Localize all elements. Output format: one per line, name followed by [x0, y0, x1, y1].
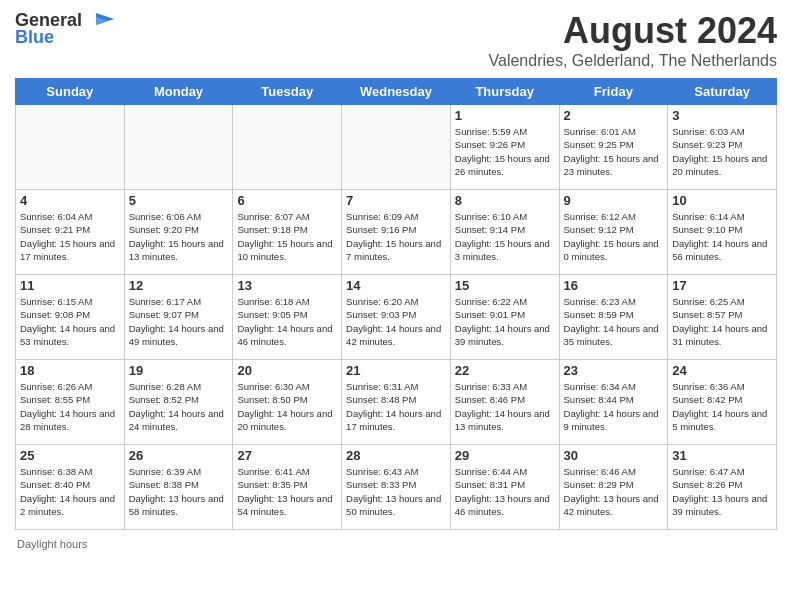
- calendar-cell: 20Sunrise: 6:30 AM Sunset: 8:50 PM Dayli…: [233, 360, 342, 445]
- calendar-cell: 23Sunrise: 6:34 AM Sunset: 8:44 PM Dayli…: [559, 360, 668, 445]
- calendar-cell: [124, 105, 233, 190]
- calendar-cell: 11Sunrise: 6:15 AM Sunset: 9:08 PM Dayli…: [16, 275, 125, 360]
- title-section: August 2024 Valendries, Gelderland, The …: [489, 10, 777, 70]
- calendar-cell: 29Sunrise: 6:44 AM Sunset: 8:31 PM Dayli…: [450, 445, 559, 530]
- day-detail: Sunrise: 6:17 AM Sunset: 9:07 PM Dayligh…: [129, 295, 229, 348]
- day-detail: Sunrise: 6:26 AM Sunset: 8:55 PM Dayligh…: [20, 380, 120, 433]
- day-detail: Sunrise: 6:39 AM Sunset: 8:38 PM Dayligh…: [129, 465, 229, 518]
- cell-content: 29Sunrise: 6:44 AM Sunset: 8:31 PM Dayli…: [455, 448, 555, 526]
- day-number: 17: [672, 278, 772, 293]
- day-number: 3: [672, 108, 772, 123]
- cell-content: 11Sunrise: 6:15 AM Sunset: 9:08 PM Dayli…: [20, 278, 120, 356]
- day-detail: Sunrise: 6:23 AM Sunset: 8:59 PM Dayligh…: [564, 295, 664, 348]
- cell-content: 3Sunrise: 6:03 AM Sunset: 9:23 PM Daylig…: [672, 108, 772, 186]
- calendar-header-monday: Monday: [124, 79, 233, 105]
- day-detail: Sunrise: 6:30 AM Sunset: 8:50 PM Dayligh…: [237, 380, 337, 433]
- day-detail: Sunrise: 6:36 AM Sunset: 8:42 PM Dayligh…: [672, 380, 772, 433]
- cell-content: 25Sunrise: 6:38 AM Sunset: 8:40 PM Dayli…: [20, 448, 120, 526]
- day-number: 29: [455, 448, 555, 463]
- calendar-week-1: 1Sunrise: 5:59 AM Sunset: 9:26 PM Daylig…: [16, 105, 777, 190]
- calendar-header-thursday: Thursday: [450, 79, 559, 105]
- day-number: 20: [237, 363, 337, 378]
- day-detail: Sunrise: 6:04 AM Sunset: 9:21 PM Dayligh…: [20, 210, 120, 263]
- cell-content: 16Sunrise: 6:23 AM Sunset: 8:59 PM Dayli…: [564, 278, 664, 356]
- cell-content: 23Sunrise: 6:34 AM Sunset: 8:44 PM Dayli…: [564, 363, 664, 441]
- day-number: 1: [455, 108, 555, 123]
- day-number: 27: [237, 448, 337, 463]
- calendar-header-saturday: Saturday: [668, 79, 777, 105]
- calendar-header-sunday: Sunday: [16, 79, 125, 105]
- day-number: 24: [672, 363, 772, 378]
- cell-content: 4Sunrise: 6:04 AM Sunset: 9:21 PM Daylig…: [20, 193, 120, 271]
- day-detail: Sunrise: 6:09 AM Sunset: 9:16 PM Dayligh…: [346, 210, 446, 263]
- location-title: Valendries, Gelderland, The Netherlands: [489, 52, 777, 70]
- day-number: 13: [237, 278, 337, 293]
- calendar-cell: 1Sunrise: 5:59 AM Sunset: 9:26 PM Daylig…: [450, 105, 559, 190]
- day-detail: Sunrise: 6:41 AM Sunset: 8:35 PM Dayligh…: [237, 465, 337, 518]
- logo-blue: Blue: [15, 27, 54, 48]
- calendar-header-wednesday: Wednesday: [342, 79, 451, 105]
- day-detail: Sunrise: 6:34 AM Sunset: 8:44 PM Dayligh…: [564, 380, 664, 433]
- day-number: 8: [455, 193, 555, 208]
- cell-content: 1Sunrise: 5:59 AM Sunset: 9:26 PM Daylig…: [455, 108, 555, 186]
- calendar-cell: 18Sunrise: 6:26 AM Sunset: 8:55 PM Dayli…: [16, 360, 125, 445]
- day-detail: Sunrise: 6:14 AM Sunset: 9:10 PM Dayligh…: [672, 210, 772, 263]
- calendar-cell: 4Sunrise: 6:04 AM Sunset: 9:21 PM Daylig…: [16, 190, 125, 275]
- calendar-cell: 9Sunrise: 6:12 AM Sunset: 9:12 PM Daylig…: [559, 190, 668, 275]
- cell-content: 22Sunrise: 6:33 AM Sunset: 8:46 PM Dayli…: [455, 363, 555, 441]
- day-detail: Sunrise: 6:46 AM Sunset: 8:29 PM Dayligh…: [564, 465, 664, 518]
- calendar-cell: 16Sunrise: 6:23 AM Sunset: 8:59 PM Dayli…: [559, 275, 668, 360]
- cell-content: 14Sunrise: 6:20 AM Sunset: 9:03 PM Dayli…: [346, 278, 446, 356]
- day-number: 23: [564, 363, 664, 378]
- page: General Blue August 2024 Valendries, Gel…: [0, 0, 792, 565]
- calendar-cell: 5Sunrise: 6:06 AM Sunset: 9:20 PM Daylig…: [124, 190, 233, 275]
- day-number: 22: [455, 363, 555, 378]
- day-number: 25: [20, 448, 120, 463]
- header: General Blue August 2024 Valendries, Gel…: [15, 10, 777, 70]
- calendar-cell: 13Sunrise: 6:18 AM Sunset: 9:05 PM Dayli…: [233, 275, 342, 360]
- day-number: 4: [20, 193, 120, 208]
- cell-content: 12Sunrise: 6:17 AM Sunset: 9:07 PM Dayli…: [129, 278, 229, 356]
- day-detail: Sunrise: 6:01 AM Sunset: 9:25 PM Dayligh…: [564, 125, 664, 178]
- day-detail: Sunrise: 6:38 AM Sunset: 8:40 PM Dayligh…: [20, 465, 120, 518]
- cell-content: 2Sunrise: 6:01 AM Sunset: 9:25 PM Daylig…: [564, 108, 664, 186]
- day-detail: Sunrise: 6:44 AM Sunset: 8:31 PM Dayligh…: [455, 465, 555, 518]
- calendar-cell: [16, 105, 125, 190]
- day-detail: Sunrise: 6:31 AM Sunset: 8:48 PM Dayligh…: [346, 380, 446, 433]
- day-detail: Sunrise: 5:59 AM Sunset: 9:26 PM Dayligh…: [455, 125, 555, 178]
- cell-content: 31Sunrise: 6:47 AM Sunset: 8:26 PM Dayli…: [672, 448, 772, 526]
- day-detail: Sunrise: 6:20 AM Sunset: 9:03 PM Dayligh…: [346, 295, 446, 348]
- day-detail: Sunrise: 6:33 AM Sunset: 8:46 PM Dayligh…: [455, 380, 555, 433]
- day-number: 12: [129, 278, 229, 293]
- month-title: August 2024: [489, 10, 777, 52]
- day-number: 30: [564, 448, 664, 463]
- cell-content: 20Sunrise: 6:30 AM Sunset: 8:50 PM Dayli…: [237, 363, 337, 441]
- cell-content: 24Sunrise: 6:36 AM Sunset: 8:42 PM Dayli…: [672, 363, 772, 441]
- calendar-cell: 3Sunrise: 6:03 AM Sunset: 9:23 PM Daylig…: [668, 105, 777, 190]
- cell-content: 21Sunrise: 6:31 AM Sunset: 8:48 PM Dayli…: [346, 363, 446, 441]
- cell-content: 19Sunrise: 6:28 AM Sunset: 8:52 PM Dayli…: [129, 363, 229, 441]
- day-number: 26: [129, 448, 229, 463]
- day-detail: Sunrise: 6:22 AM Sunset: 9:01 PM Dayligh…: [455, 295, 555, 348]
- day-detail: Sunrise: 6:12 AM Sunset: 9:12 PM Dayligh…: [564, 210, 664, 263]
- cell-content: 28Sunrise: 6:43 AM Sunset: 8:33 PM Dayli…: [346, 448, 446, 526]
- cell-content: 30Sunrise: 6:46 AM Sunset: 8:29 PM Dayli…: [564, 448, 664, 526]
- calendar-cell: 21Sunrise: 6:31 AM Sunset: 8:48 PM Dayli…: [342, 360, 451, 445]
- day-detail: Sunrise: 6:15 AM Sunset: 9:08 PM Dayligh…: [20, 295, 120, 348]
- day-number: 10: [672, 193, 772, 208]
- calendar-cell: 12Sunrise: 6:17 AM Sunset: 9:07 PM Dayli…: [124, 275, 233, 360]
- cell-content: 7Sunrise: 6:09 AM Sunset: 9:16 PM Daylig…: [346, 193, 446, 271]
- cell-content: 5Sunrise: 6:06 AM Sunset: 9:20 PM Daylig…: [129, 193, 229, 271]
- calendar-cell: 19Sunrise: 6:28 AM Sunset: 8:52 PM Dayli…: [124, 360, 233, 445]
- day-number: 28: [346, 448, 446, 463]
- day-number: 16: [564, 278, 664, 293]
- cell-content: 15Sunrise: 6:22 AM Sunset: 9:01 PM Dayli…: [455, 278, 555, 356]
- calendar-week-4: 18Sunrise: 6:26 AM Sunset: 8:55 PM Dayli…: [16, 360, 777, 445]
- day-detail: Sunrise: 6:47 AM Sunset: 8:26 PM Dayligh…: [672, 465, 772, 518]
- calendar-cell: 2Sunrise: 6:01 AM Sunset: 9:25 PM Daylig…: [559, 105, 668, 190]
- day-detail: Sunrise: 6:06 AM Sunset: 9:20 PM Dayligh…: [129, 210, 229, 263]
- day-detail: Sunrise: 6:18 AM Sunset: 9:05 PM Dayligh…: [237, 295, 337, 348]
- calendar-header-tuesday: Tuesday: [233, 79, 342, 105]
- cell-content: 10Sunrise: 6:14 AM Sunset: 9:10 PM Dayli…: [672, 193, 772, 271]
- logo-icon: [86, 11, 116, 31]
